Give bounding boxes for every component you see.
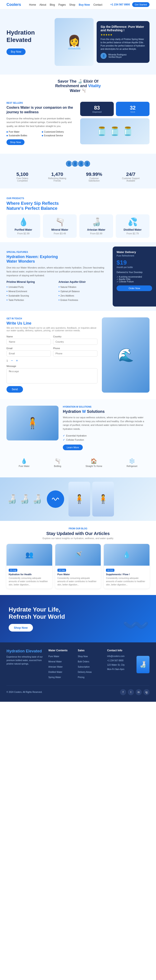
hero-card-title: Sip the Difference: Pure Water and Refre… (101, 25, 146, 32)
haven-section: Special Features Hydration Haven: Explor… (0, 242, 156, 311)
product-distilled-icon: 💦 (119, 217, 147, 226)
product-mineral[interactable]: 🫗 Mineral Water From $3.49 (43, 214, 77, 238)
contact-submit-button[interactable]: Send (6, 386, 23, 393)
social-linkedin[interactable]: in (136, 689, 142, 695)
product-artesian-icon: 🍶 (82, 217, 110, 226)
nav-contact[interactable]: Contact (93, 3, 102, 6)
nav-shop[interactable]: Shop (69, 3, 76, 6)
solutions-person-icon: 🧍 (26, 417, 39, 430)
blog-card-2[interactable]: 🚿 18 Sep Pure Water Consistently consumi… (55, 544, 101, 589)
cta-banner: Hydrate Your Life,Refresh Your World Sho… (0, 595, 156, 643)
nav-home[interactable]: Home (29, 3, 36, 6)
social-twitter[interactable]: t (128, 689, 134, 695)
footer-bottle-visual: 🍶 (137, 649, 150, 680)
contact-desc: We are here to help! Reach out to us wit… (6, 326, 98, 332)
footer-link-artesian[interactable]: Artesian Water (48, 665, 74, 668)
hero-buy-button[interactable]: Buy Now (6, 48, 25, 55)
navbar-logo: Coolers (6, 2, 21, 7)
form-group-name: Name (6, 335, 51, 345)
nav-about[interactable]: About (39, 3, 46, 6)
message-label: Message (6, 365, 98, 368)
social-facebook[interactable]: f (120, 689, 126, 695)
product-distilled[interactable]: 💦 Distilled Water From $2.79 (116, 214, 150, 238)
blog-body-1: 20 Aug Hydration for Health Consistently… (6, 566, 52, 589)
refrigerant-label: Refrigerant (126, 465, 137, 468)
country-input[interactable] (53, 339, 98, 345)
delivery-order-button[interactable]: Order Now (117, 285, 152, 291)
bottles-banner: 🍶 🍶 🍶 🧍 🧍 (0, 477, 156, 521)
haven-col2-title: Artesian Aquifer Elixir (58, 280, 106, 283)
footer-link-delivery[interactable]: Delivery Areas (78, 670, 103, 674)
stat-satisfaction-desc: CustomerSatisfaction (86, 177, 102, 182)
blog-img-1: 👥 (6, 544, 52, 566)
pure-water-icon: 💧 (19, 458, 30, 464)
stat-orders-num: 5,100 (16, 172, 28, 177)
stepper-icon[interactable]: − (11, 359, 13, 363)
haven-col1-item-2: Mineral Enrichment (6, 289, 54, 293)
about-title: Coolers Water is your companion on the j… (6, 105, 76, 115)
pure-water-label: Pure Water (19, 465, 30, 468)
blog-img-2: 🚿 (55, 544, 101, 566)
footer-link-distilled[interactable]: Distilled Water (48, 670, 74, 674)
blog-date-2: 18 Sep (57, 569, 66, 572)
haven-col1-title: Pristine Mineral Spring (6, 280, 54, 283)
email-label: Email (6, 347, 51, 350)
stat-box-stock: 32 Stock (116, 102, 150, 116)
delivery-price: $19 (117, 259, 152, 266)
tagline-line3: Water 🫗 (70, 89, 86, 93)
stat-friends-desc: Refreshing MakingFriends (48, 177, 66, 182)
about-bottles-image: 🫙 🫙 🫙 (80, 118, 150, 144)
footer-link-subscription[interactable]: Subscription (78, 665, 103, 668)
social-instagram[interactable]: ig (143, 689, 150, 695)
hero-section: Hydration Elevated Buy Now 👩‍💼 Sip the D… (0, 10, 156, 75)
cta-shop-button[interactable]: Shop Now (9, 624, 33, 632)
footer-col-sales: Sales Shop Now Bulk Orders Subscription … (78, 649, 103, 680)
footer-link-mineral[interactable]: Mineral Water (48, 659, 74, 663)
blog-title-2: Pure Water (57, 573, 99, 576)
product-artesian[interactable]: 🍶 Artesian Water From $3.99 (79, 214, 113, 238)
footer-col-sales-title: Sales (78, 649, 103, 652)
product-purified[interactable]: 💧 Purified Water From $2.99 (6, 214, 40, 238)
tagline-line1: Savor The 🍶 Elixir Of (58, 79, 98, 83)
stat-satisfaction: 99.99% CustomerSatisfaction (86, 172, 102, 182)
hero-reviewer: 👤 Miranda Rodriguez Verified Buyer (101, 53, 146, 59)
stat-num-dispensed: 83 (82, 105, 112, 111)
products-header: Our Products Where Every Sip Reflects Na… (6, 197, 150, 211)
email-input[interactable] (6, 350, 51, 356)
nav-blog[interactable]: Blog (50, 3, 55, 6)
form-row-stepper: 1 − + (6, 359, 98, 363)
footer-link-shop[interactable]: Shop Now (78, 654, 103, 658)
navbar-cta-button[interactable]: Get Started (132, 2, 150, 7)
nav-buy[interactable]: Buy Now (79, 3, 90, 6)
name-input[interactable] (6, 339, 51, 345)
footer-copyright: © 2024 Coolers. All Rights Reserved. (6, 691, 42, 693)
reviewer-name: Miranda Rodriguez (108, 54, 127, 56)
form-group-message: Message (6, 365, 98, 383)
phone-input[interactable] (53, 350, 98, 356)
footer-link-spring[interactable]: Spring Water (48, 675, 74, 679)
solutions-title: Hydration W Solutions (63, 409, 150, 414)
stepper-plus-icon[interactable]: + (16, 359, 18, 363)
footer-link-bulk[interactable]: Bulk Orders (78, 659, 103, 663)
contact-form-area: Get In Touch Write Us Line We are here t… (6, 317, 98, 393)
about-shop-button[interactable]: Shop Now (6, 139, 25, 145)
contact-section: Get In Touch Write Us Line We are here t… (0, 311, 156, 399)
footer-link-pricing[interactable]: Pricing (78, 675, 103, 679)
footer-link-pure[interactable]: Pure Water (48, 654, 74, 658)
form-row-1: Name Country (6, 335, 98, 345)
stepper-label: 1 (6, 360, 8, 362)
blog-card-1[interactable]: 👥 20 Aug Hydration for Health Consistent… (6, 544, 52, 589)
nav-pages[interactable]: Pages (58, 3, 66, 6)
haven-col2-item-4: Endure Freshness (58, 298, 106, 302)
bottles-people: 🧍 🧍 (68, 482, 114, 517)
banner-person-2: 🧍 (92, 482, 114, 517)
form-group-phone: Phone (53, 347, 98, 356)
feature-dot (6, 135, 8, 136)
blog-card-3[interactable]: 💧 16 Oct Supplements / Flow ! Consistent… (104, 544, 150, 589)
stat-orders: 5,100 Free OrdersCompleted (16, 172, 28, 182)
message-textarea[interactable] (6, 368, 98, 383)
solutions-learn-button[interactable]: Learn More (63, 445, 83, 450)
solution-item-1: Essential Hydration (63, 434, 150, 438)
product-purified-price: From $2.99 (9, 232, 37, 235)
hero-title: Hydration Elevated (6, 29, 52, 43)
